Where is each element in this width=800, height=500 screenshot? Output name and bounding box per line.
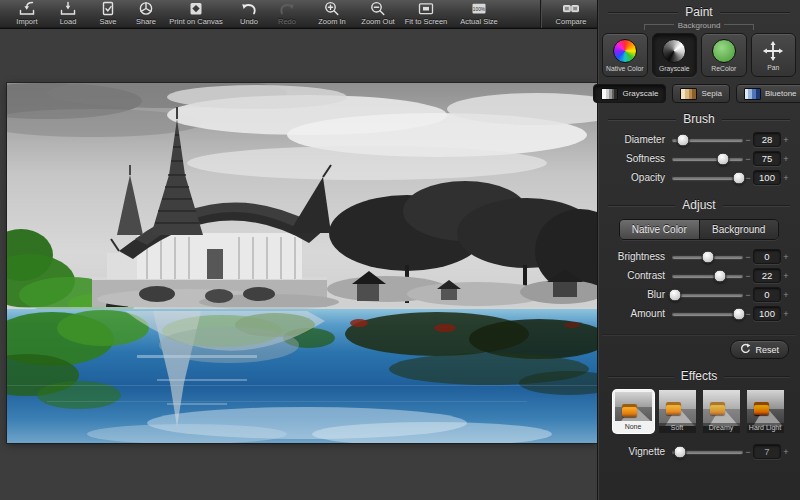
app-window: Import Load Save Share Print on Canvas	[0, 0, 800, 500]
softness-plus-button[interactable]: +	[781, 154, 791, 164]
effect-dreamy[interactable]: Dreamy	[701, 390, 742, 433]
grayscale-swatch-icon	[601, 88, 618, 100]
reset-button[interactable]: Reset	[730, 340, 789, 359]
brightness-slider-row: Brightness − 0 +	[607, 247, 791, 266]
contrast-plus-button[interactable]: +	[781, 271, 791, 281]
compare-button[interactable]: Compare	[546, 1, 596, 27]
share-icon	[136, 1, 156, 17]
diameter-slider-thumb[interactable]	[677, 133, 690, 146]
diameter-slider[interactable]	[672, 138, 743, 142]
opacity-slider-thumb[interactable]	[733, 171, 746, 184]
vignette-slider[interactable]	[672, 450, 743, 454]
amount-slider-row: Amount − 100 +	[607, 304, 791, 323]
load-button[interactable]: Load	[48, 1, 88, 27]
tab-background[interactable]: Background	[699, 220, 779, 239]
brightness-plus-button[interactable]: +	[781, 252, 791, 262]
sepia-mode-button[interactable]: Sepia	[672, 84, 729, 103]
opacity-label: Opacity	[607, 172, 672, 183]
pan-tool-label: Pan	[767, 64, 779, 71]
blur-slider[interactable]	[672, 293, 743, 297]
paint-section-heading: Paint	[608, 5, 790, 19]
zoom-in-icon	[322, 1, 342, 17]
brightness-value: 0	[753, 249, 781, 264]
effect-dreamy-thumbnail	[703, 390, 740, 426]
amount-plus-button[interactable]: +	[781, 309, 791, 319]
save-button[interactable]: Save	[90, 1, 126, 27]
blur-slider-thumb[interactable]	[668, 288, 681, 301]
vignette-plus-button[interactable]: +	[781, 447, 791, 457]
vignette-slider-row: Vignette − 7 +	[607, 442, 791, 461]
grayscale-tool[interactable]: Grayscale	[652, 33, 698, 77]
grayscale-mode-button[interactable]: Grayscale	[593, 84, 666, 103]
brightness-label: Brightness	[607, 251, 672, 262]
fit-to-screen-label: Fit to Screen	[405, 17, 448, 26]
compare-icon	[561, 1, 581, 17]
print-on-canvas-icon	[186, 1, 206, 17]
reset-icon	[740, 343, 751, 356]
contrast-slider-thumb[interactable]	[714, 269, 727, 282]
effects-section-heading: Effects	[608, 369, 790, 383]
brightness-slider[interactable]	[672, 255, 743, 259]
import-button[interactable]: Import	[6, 1, 48, 27]
contrast-value: 22	[753, 268, 781, 283]
contrast-slider[interactable]	[672, 274, 743, 278]
native-color-tool[interactable]: Native Color	[602, 33, 648, 77]
redo-button[interactable]: Redo	[268, 1, 306, 27]
svg-text:100%: 100%	[473, 7, 486, 12]
toolbar-divider	[540, 0, 541, 28]
bluetone-mode-button[interactable]: Bluetone	[736, 84, 800, 103]
blur-plus-button[interactable]: +	[781, 290, 791, 300]
vignette-value: 7	[753, 444, 781, 459]
effect-soft-label: Soft	[659, 423, 696, 433]
print-on-canvas-button[interactable]: Print on Canvas	[158, 1, 234, 27]
undo-label: Undo	[240, 17, 258, 26]
opacity-plus-button[interactable]: +	[781, 173, 791, 183]
blur-minus-button[interactable]: −	[743, 290, 753, 300]
softness-minus-button[interactable]: −	[743, 154, 753, 164]
diameter-slider-row: Diameter − 28 +	[607, 130, 791, 149]
fit-to-screen-icon	[416, 1, 436, 17]
undo-icon	[239, 1, 259, 17]
effect-hard-light[interactable]: Hard Light	[745, 390, 786, 433]
tab-native-color[interactable]: Native Color	[620, 220, 699, 239]
opacity-slider-row: Opacity − 100 +	[607, 168, 791, 187]
opacity-slider[interactable]	[672, 176, 743, 180]
amount-slider[interactable]	[672, 312, 743, 316]
brush-section-heading: Brush	[608, 112, 790, 126]
diameter-minus-button[interactable]: −	[743, 135, 753, 145]
grayscale-wheel-icon	[662, 39, 686, 63]
contrast-minus-button[interactable]: −	[743, 271, 753, 281]
bluetone-swatch-icon	[744, 88, 761, 100]
blur-slider-row: Blur − 0 +	[607, 285, 791, 304]
actual-size-button[interactable]: 100% Actual Size	[452, 1, 506, 27]
recolor-tool[interactable]: ReColor	[701, 33, 747, 77]
vignette-minus-button[interactable]: −	[743, 447, 753, 457]
side-panel: Paint Background Native Color Grayscale …	[597, 0, 800, 500]
diameter-plus-button[interactable]: +	[781, 135, 791, 145]
native-color-tool-label: Native Color	[606, 65, 643, 72]
blur-label: Blur	[607, 289, 672, 300]
load-icon	[58, 1, 78, 17]
import-label: Import	[16, 17, 37, 26]
background-modes: Grayscale Sepia Bluetone	[604, 84, 794, 103]
softness-slider[interactable]	[672, 157, 743, 161]
zoom-in-button[interactable]: Zoom In	[310, 1, 354, 27]
brightness-slider-thumb[interactable]	[701, 250, 714, 263]
photo[interactable]	[7, 83, 597, 443]
vignette-slider-thumb[interactable]	[673, 445, 686, 458]
opacity-value: 100	[753, 170, 781, 185]
zoom-out-button[interactable]: Zoom Out	[356, 1, 400, 27]
pan-tool[interactable]: Pan	[751, 33, 797, 77]
fit-to-screen-button[interactable]: Fit to Screen	[398, 1, 454, 27]
amount-label: Amount	[607, 308, 672, 319]
brightness-minus-button[interactable]: −	[743, 252, 753, 262]
actual-size-label: Actual Size	[460, 17, 498, 26]
contrast-slider-row: Contrast − 22 +	[607, 266, 791, 285]
amount-slider-thumb[interactable]	[732, 307, 745, 320]
effect-soft-thumbnail	[659, 390, 696, 426]
effect-none[interactable]: None	[613, 390, 654, 433]
effect-none-thumbnail	[615, 392, 652, 421]
effect-soft[interactable]: Soft	[657, 390, 698, 433]
softness-slider-thumb[interactable]	[717, 152, 730, 165]
undo-button[interactable]: Undo	[230, 1, 268, 27]
